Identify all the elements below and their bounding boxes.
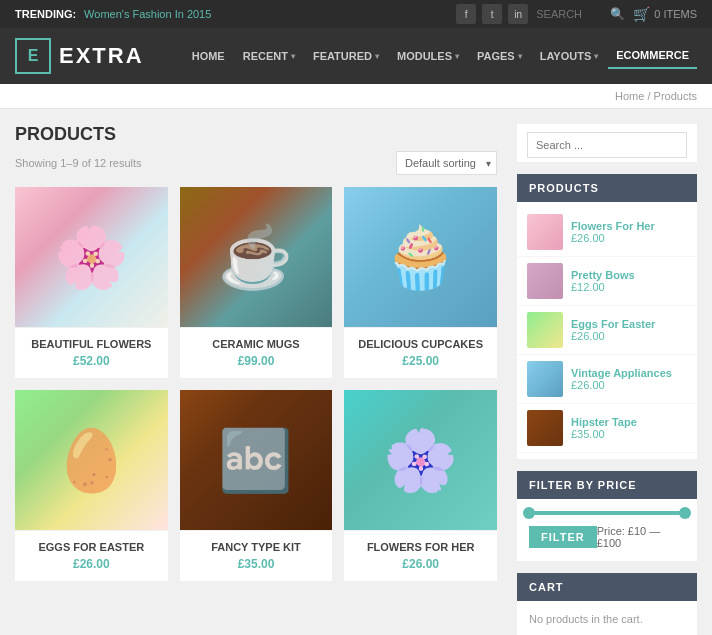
top-bar: TRENDING: Women's Fashion In 2015 f t in… bbox=[0, 0, 712, 28]
cart-empty-text: No products in the cart. bbox=[529, 613, 643, 625]
chevron-down-icon: ▾ bbox=[594, 52, 598, 61]
nav-layouts[interactable]: LAYOUTS ▾ bbox=[532, 44, 607, 68]
top-search-button[interactable]: 🔍 bbox=[610, 7, 625, 21]
sidebar-thumb bbox=[527, 312, 563, 348]
product-card[interactable]: DELICIOUS CUPCAKES £25.00 bbox=[344, 187, 497, 378]
main-container: PRODUCTS Showing 1–9 of 12 results Defau… bbox=[0, 109, 712, 635]
sidebar-product-item[interactable]: Eggs For Easter £26.00 bbox=[517, 306, 697, 355]
sort-select[interactable]: Default sorting bbox=[396, 151, 497, 175]
sidebar-thumb bbox=[527, 214, 563, 250]
chevron-down-icon: ▾ bbox=[375, 52, 379, 61]
filter-section: FILTER BY PRICE FILTER Price: £10 — £100 bbox=[517, 471, 697, 561]
sidebar-thumb bbox=[527, 263, 563, 299]
sidebar-product-item[interactable]: Flowers For Her £26.00 bbox=[517, 208, 697, 257]
cart-count: 0 ITEMS bbox=[654, 8, 697, 20]
sidebar-product-item[interactable]: Hipster Tape £35.00 bbox=[517, 404, 697, 453]
product-card[interactable]: BEAUTIFUL FLOWERS £52.00 bbox=[15, 187, 168, 378]
product-price: £35.00 bbox=[190, 557, 323, 571]
filter-title: FILTER BY PRICE bbox=[517, 471, 697, 499]
product-card[interactable]: EGGS FOR EASTER £26.00 bbox=[15, 390, 168, 581]
breadcrumb-home[interactable]: Home bbox=[615, 90, 644, 102]
sidebar: PRODUCTS Flowers For Her £26.00 Pretty B… bbox=[517, 124, 697, 635]
logo-icon: E bbox=[15, 38, 51, 74]
price-range: Price: £10 — £100 bbox=[597, 525, 685, 549]
products-meta: Showing 1–9 of 12 results Default sortin… bbox=[15, 151, 497, 175]
top-search-input[interactable] bbox=[536, 8, 606, 20]
content-area: PRODUCTS Showing 1–9 of 12 results Defau… bbox=[15, 124, 497, 635]
sidebar-product-price: £12.00 bbox=[571, 281, 687, 293]
sidebar-product-info: Flowers For Her £26.00 bbox=[571, 220, 687, 244]
nav-recent[interactable]: RECENT ▾ bbox=[235, 44, 303, 68]
product-name: CERAMIC MUGS bbox=[190, 338, 323, 350]
trending-link[interactable]: Women's Fashion In 2015 bbox=[84, 8, 211, 20]
trending-section: TRENDING: Women's Fashion In 2015 bbox=[15, 8, 211, 20]
sidebar-products-title: PRODUCTS bbox=[517, 174, 697, 202]
sidebar-product-name: Vintage Appliances bbox=[571, 367, 687, 379]
nav-pages[interactable]: PAGES ▾ bbox=[469, 44, 530, 68]
chevron-down-icon: ▾ bbox=[455, 52, 459, 61]
sidebar-product-item[interactable]: Vintage Appliances £26.00 bbox=[517, 355, 697, 404]
social-icons: f t in bbox=[456, 4, 528, 24]
product-price: £26.00 bbox=[354, 557, 487, 571]
product-name: DELICIOUS CUPCAKES bbox=[354, 338, 487, 350]
filter-content: FILTER Price: £10 — £100 bbox=[517, 499, 697, 561]
product-image bbox=[344, 390, 497, 530]
product-card[interactable]: FANCY TYPE KIT £35.00 bbox=[180, 390, 333, 581]
filter-button[interactable]: FILTER bbox=[529, 526, 597, 548]
product-name: BEAUTIFUL FLOWERS bbox=[25, 338, 158, 350]
sidebar-product-price: £35.00 bbox=[571, 428, 687, 440]
product-price: £26.00 bbox=[25, 557, 158, 571]
logo[interactable]: E EXTRA bbox=[15, 38, 144, 74]
chevron-down-icon: ▾ bbox=[518, 52, 522, 61]
sidebar-search-bar bbox=[517, 124, 697, 162]
product-info: CERAMIC MUGS £99.00 bbox=[180, 327, 333, 378]
product-info: FLOWERS FOR HER £26.00 bbox=[344, 530, 497, 581]
sidebar-search-input[interactable] bbox=[527, 132, 687, 158]
product-card[interactable]: CERAMIC MUGS £99.00 bbox=[180, 187, 333, 378]
top-search: 🔍 bbox=[536, 7, 625, 21]
product-price: £52.00 bbox=[25, 354, 158, 368]
sidebar-search-section bbox=[517, 124, 697, 162]
product-price: £25.00 bbox=[354, 354, 487, 368]
price-slider-min-thumb[interactable] bbox=[523, 507, 535, 519]
product-price: £99.00 bbox=[190, 354, 323, 368]
twitter-icon[interactable]: t bbox=[482, 4, 502, 24]
product-image bbox=[15, 390, 168, 530]
sidebar-product-info: Pretty Bows £12.00 bbox=[571, 269, 687, 293]
sidebar-product-name: Hipster Tape bbox=[571, 416, 687, 428]
product-info: BEAUTIFUL FLOWERS £52.00 bbox=[15, 327, 168, 378]
product-info: DELICIOUS CUPCAKES £25.00 bbox=[344, 327, 497, 378]
product-name: FLOWERS FOR HER bbox=[354, 541, 487, 553]
product-info: FANCY TYPE KIT £35.00 bbox=[180, 530, 333, 581]
nav-modules[interactable]: MODULES ▾ bbox=[389, 44, 467, 68]
cart-top[interactable]: 🛒 0 ITEMS bbox=[633, 6, 697, 22]
breadcrumb: Home / Products bbox=[0, 84, 712, 109]
filter-row: FILTER Price: £10 — £100 bbox=[529, 525, 685, 549]
top-bar-right: f t in 🔍 🛒 0 ITEMS bbox=[456, 4, 697, 24]
sidebar-product-name: Pretty Bows bbox=[571, 269, 687, 281]
cart-section: CART No products in the cart. bbox=[517, 573, 697, 635]
sort-wrapper: Default sorting bbox=[396, 151, 497, 175]
nav-home[interactable]: HOME bbox=[184, 44, 233, 68]
price-slider-max-thumb[interactable] bbox=[679, 507, 691, 519]
product-card[interactable]: FLOWERS FOR HER £26.00 bbox=[344, 390, 497, 581]
cart-content: No products in the cart. bbox=[517, 601, 697, 635]
sidebar-product-info: Vintage Appliances £26.00 bbox=[571, 367, 687, 391]
price-slider-track bbox=[529, 511, 685, 515]
showing-text: Showing 1–9 of 12 results bbox=[15, 157, 142, 169]
breadcrumb-separator: / bbox=[647, 90, 650, 102]
product-image bbox=[344, 187, 497, 327]
product-image bbox=[180, 390, 333, 530]
nav-featured[interactable]: FEATURED ▾ bbox=[305, 44, 387, 68]
breadcrumb-current: Products bbox=[654, 90, 697, 102]
logo-text: EXTRA bbox=[59, 43, 144, 69]
instagram-icon[interactable]: in bbox=[508, 4, 528, 24]
product-name: FANCY TYPE KIT bbox=[190, 541, 323, 553]
page-title: PRODUCTS bbox=[15, 124, 497, 145]
cart-title: CART bbox=[517, 573, 697, 601]
sidebar-product-price: £26.00 bbox=[571, 232, 687, 244]
sidebar-product-item[interactable]: Pretty Bows £12.00 bbox=[517, 257, 697, 306]
nav-ecommerce[interactable]: ECOMMERCE bbox=[608, 43, 697, 69]
facebook-icon[interactable]: f bbox=[456, 4, 476, 24]
products-header: PRODUCTS Showing 1–9 of 12 results Defau… bbox=[15, 124, 497, 175]
